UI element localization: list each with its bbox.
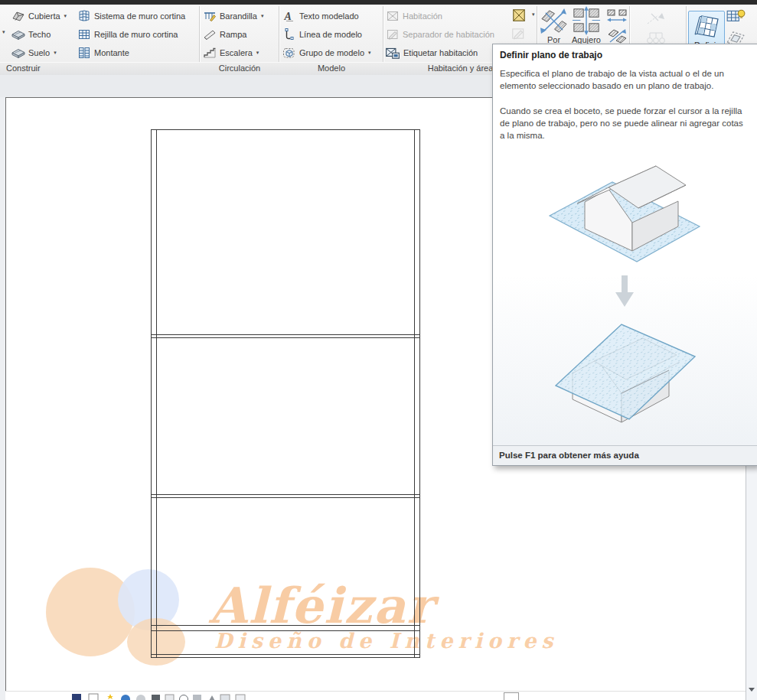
linea-modelo-label: Línea de modelo (299, 30, 362, 39)
house-with-tilted-plane-image (543, 314, 706, 436)
tag-room-icon (385, 45, 400, 60)
curtain-system-label: Sistema de muro cortina (94, 11, 185, 21)
etiquetar-habitacion-button[interactable]: Etiquetar habitación (385, 44, 478, 61)
montante-button[interactable]: Montante (77, 44, 129, 61)
area-icon (511, 8, 527, 23)
canvas-left-margin (0, 97, 5, 700)
ramp-icon (203, 28, 217, 41)
habitacion-label: Habitación (403, 11, 442, 21)
grupo-modelo-label: Grupo de modelo (299, 48, 364, 57)
work-plane-icon (693, 13, 720, 41)
stair-icon (203, 46, 217, 60)
show-work-plane-icon (726, 8, 746, 28)
tooltip-footer: Pulse F1 para obtener más ayuda (493, 445, 757, 465)
model-line-icon (282, 28, 296, 41)
dormer-opening-icon (607, 28, 627, 44)
view-control-bar[interactable] (5, 691, 746, 700)
suelo-label: Suelo (28, 48, 50, 57)
chevron-down-icon[interactable]: ▾ (532, 11, 535, 18)
opening-by-face-icon (540, 7, 568, 35)
rampa-label: Rampa (220, 30, 246, 39)
tooltip-title: Definir plano de trabajo (500, 50, 749, 60)
cubierta-button[interactable]: Cubierta ▾ (11, 8, 67, 24)
down-arrow-icon (614, 275, 635, 308)
disabled-tool-1 (645, 11, 667, 31)
wall-opening-button[interactable] (607, 8, 627, 28)
escalera-button[interactable]: Escalera ▾ (203, 44, 259, 61)
abertura-agujero-button[interactable]: Agujero (571, 6, 602, 44)
group-label-circulacion[interactable]: Circulación (201, 63, 279, 73)
shaft-opening-icon (571, 6, 602, 35)
cubierta-label: Cubierta (28, 11, 60, 21)
barandilla-label: Barandilla (220, 11, 257, 21)
roof-icon (11, 9, 25, 23)
texto-modelado-button[interactable]: Texto modelado (282, 8, 359, 24)
tooltip-illustration (500, 155, 749, 439)
floor-icon (11, 46, 25, 60)
railing-icon (203, 9, 217, 23)
house-on-base-plane-image (547, 155, 703, 269)
selection-box[interactable] (504, 692, 519, 700)
rampa-button[interactable]: Rampa (203, 26, 246, 43)
chevron-down-icon: ▾ (368, 50, 371, 56)
techo-button[interactable]: Techo (11, 26, 51, 43)
curtain-grid-button[interactable]: Rejilla de muro cortina (77, 26, 178, 43)
room-icon (386, 9, 400, 23)
chevron-down-icon: ▾ (261, 13, 264, 19)
chevron-down-icon: ▾ (54, 50, 57, 56)
dashed-arrow-icon (645, 11, 667, 28)
scroll-arrow-icon[interactable] (749, 688, 755, 692)
area-button[interactable] (511, 8, 527, 26)
curtain-system-button[interactable]: Sistema de muro cortina (77, 8, 185, 24)
chevron-down-icon: ▾ (64, 13, 67, 19)
grupo-modelo-button[interactable]: Grupo de modelo ▾ (282, 44, 371, 61)
tooltip-paragraph-2: Cuando se crea el boceto, se puede forza… (500, 105, 749, 142)
definir-tooltip: Definir plano de trabajo Especifica el p… (492, 44, 757, 466)
linea-modelo-button[interactable]: Línea de modelo (282, 26, 362, 43)
chevron-down-icon[interactable]: ▾ (2, 29, 5, 35)
texto-modelado-label: Texto modelado (299, 11, 359, 21)
montante-label: Montante (94, 48, 129, 57)
abertura-por-button[interactable]: Por (540, 7, 568, 44)
suelo-button[interactable]: Suelo ▾ (11, 44, 57, 61)
separador-habitacion-button: Separador de habitación (386, 26, 494, 43)
chevron-down-icon: ▾ (256, 50, 259, 56)
escalera-label: Escalera (220, 48, 253, 57)
techo-label: Techo (28, 30, 51, 39)
view-control-icons[interactable] (70, 693, 354, 700)
curtain-grid-label: Rejilla de muro cortina (94, 30, 178, 39)
group-label-modelo[interactable]: Modelo (280, 63, 383, 73)
wall-opening-icon (607, 8, 627, 25)
ceiling-icon (11, 28, 25, 41)
pencil-sheet-icon (511, 26, 526, 41)
model-text-icon (282, 9, 296, 23)
curtain-grid-icon (77, 28, 91, 41)
area-boundary-button (511, 26, 526, 44)
model-group-icon (282, 46, 296, 60)
barandilla-button[interactable]: Barandilla ▾ (203, 8, 263, 24)
etiquetar-habitacion-label: Etiquetar habitación (403, 48, 478, 57)
mullion-icon (77, 46, 91, 60)
curtain-system-icon (77, 9, 91, 23)
tooltip-paragraph-1: Especifica el plano de trabajo de la vis… (500, 67, 749, 93)
mostrar-plano-button[interactable] (726, 8, 746, 31)
group-label-construir[interactable]: Construir (6, 63, 41, 73)
room-separator-icon (386, 28, 400, 41)
separador-habitacion-label: Separador de habitación (403, 30, 494, 39)
habitacion-button: Habitación (386, 8, 442, 24)
